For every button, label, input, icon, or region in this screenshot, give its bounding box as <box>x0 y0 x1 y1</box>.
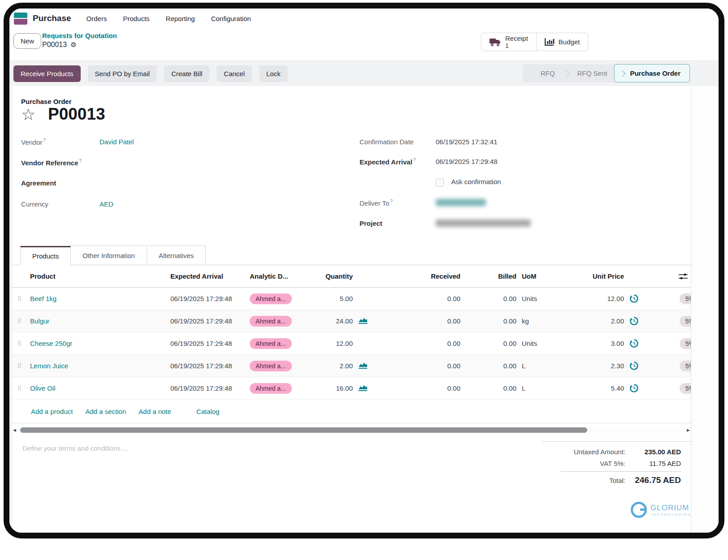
line-unit-price[interactable]: 5.40 <box>563 384 624 392</box>
line-quantity[interactable]: 16.00 <box>296 384 353 392</box>
status-step-rfq[interactable]: RFQ <box>533 69 562 77</box>
create-bill-button[interactable]: Create Bill <box>164 65 209 82</box>
scrollbar-track[interactable] <box>18 427 685 433</box>
receive-products-button[interactable]: Receive Products <box>13 65 81 82</box>
analytic-tag[interactable]: Ahmed a... <box>250 293 292 304</box>
forecast-chart-icon[interactable] <box>358 362 368 370</box>
col-product[interactable]: Product <box>26 272 167 280</box>
price-history-icon[interactable] <box>630 384 638 392</box>
agreement-field[interactable] <box>100 179 288 188</box>
col-uom[interactable]: UoM <box>516 272 563 280</box>
line-unit-price[interactable]: 3.00 <box>563 340 624 347</box>
col-analytic[interactable]: Analytic D... <box>245 272 296 280</box>
price-history-icon[interactable] <box>630 339 638 348</box>
table-row[interactable]: ⠿ Bulgur 06/19/2025 17:29:48 Ahmed a... … <box>12 310 691 332</box>
optional-columns-icon[interactable] <box>679 273 688 280</box>
col-received[interactable]: Received <box>373 272 460 280</box>
analytic-tag[interactable]: Ahmed a... <box>250 338 292 349</box>
menu-orders[interactable]: Orders <box>87 15 107 22</box>
scroll-right-arrow-icon[interactable]: ▶ <box>685 428 690 432</box>
line-billed[interactable]: 0.00 <box>460 362 516 370</box>
line-expected-arrival[interactable]: 06/19/2025 17:29:48 <box>167 340 245 347</box>
line-unit-price[interactable]: 2.30 <box>563 362 624 370</box>
drag-handle-icon[interactable]: ⠿ <box>12 318 26 325</box>
line-quantity[interactable]: 12.00 <box>296 340 353 347</box>
product-link[interactable]: Lemon Juice <box>26 362 167 370</box>
menu-reporting[interactable]: Reporting <box>166 15 195 22</box>
col-billed[interactable]: Billed <box>460 272 516 280</box>
col-expected-arrival[interactable]: Expected Arrival <box>167 272 245 280</box>
tax-badge[interactable]: 5% <box>680 383 691 394</box>
confirmation-date-value[interactable]: 06/19/2025 17:32:41 <box>436 138 498 146</box>
receipt-smart-button[interactable]: Receipt 1 <box>481 33 536 51</box>
forecast-chart-icon[interactable] <box>358 384 368 392</box>
table-row[interactable]: ⠿ Cheese 250gr 06/19/2025 17:29:48 Ahmed… <box>12 332 691 355</box>
line-billed[interactable]: 0.00 <box>460 317 516 325</box>
lock-button[interactable]: Lock <box>259 65 288 82</box>
scroll-left-arrow-icon[interactable]: ◀ <box>13 428 18 432</box>
terms-placeholder[interactable]: Define your terms and conditions ... <box>22 444 128 452</box>
line-received[interactable]: 0.00 <box>373 384 460 392</box>
new-button[interactable]: New <box>13 33 41 49</box>
expected-arrival-value[interactable]: 06/19/2025 17:29:48 <box>436 158 498 165</box>
menu-configuration[interactable]: Configuration <box>211 15 251 22</box>
product-link[interactable]: Cheese 250gr <box>26 340 167 347</box>
purchase-app-icon[interactable] <box>14 13 27 25</box>
tax-badge[interactable]: 5% <box>680 293 691 304</box>
analytic-tag[interactable]: Ahmed a... <box>250 383 292 394</box>
line-expected-arrival[interactable]: 06/19/2025 17:29:48 <box>167 384 245 392</box>
deliver-to-value-blurred[interactable] <box>436 199 486 206</box>
ask-confirmation-checkbox[interactable] <box>436 178 444 186</box>
line-unit-price[interactable]: 12.00 <box>563 295 624 302</box>
horizontal-scrollbar[interactable]: ◀ ▶ <box>13 426 690 434</box>
tab-other-information[interactable]: Other Information <box>70 246 147 265</box>
drag-handle-icon[interactable]: ⠿ <box>12 340 26 347</box>
tab-alternatives[interactable]: Alternatives <box>147 246 206 265</box>
cancel-button[interactable]: Cancel <box>217 65 252 82</box>
status-step-purchase-order[interactable]: Purchase Order <box>614 64 690 82</box>
app-title[interactable]: Purchase <box>33 13 71 23</box>
add-product-link[interactable]: Add a product <box>31 408 73 415</box>
status-step-rfq-sent[interactable]: RFQ Sent <box>570 69 615 77</box>
line-quantity[interactable]: 5.00 <box>296 295 353 302</box>
line-received[interactable]: 0.00 <box>373 317 460 325</box>
line-billed[interactable]: 0.00 <box>460 384 516 392</box>
tab-products[interactable]: Products <box>20 246 71 265</box>
product-link[interactable]: Olive Oil <box>26 384 167 392</box>
col-quantity[interactable]: Quantity <box>296 272 353 280</box>
line-expected-arrival[interactable]: 06/19/2025 17:29:48 <box>167 317 245 325</box>
table-row[interactable]: ⠿ Olive Oil 06/19/2025 17:29:48 Ahmed a.… <box>12 377 691 400</box>
line-unit-price[interactable]: 2.00 <box>563 317 624 325</box>
table-row[interactable]: ⠿ Beef 1kg 06/19/2025 17:29:48 Ahmed a..… <box>12 288 691 310</box>
add-section-link[interactable]: Add a section <box>85 408 126 415</box>
line-received[interactable]: 0.00 <box>373 362 460 370</box>
product-link[interactable]: Bulgur <box>26 317 167 325</box>
send-po-email-button[interactable]: Send PO by Email <box>88 65 157 82</box>
catalog-link[interactable]: Catalog <box>196 408 220 415</box>
line-quantity[interactable]: 2.00 <box>296 362 353 370</box>
price-history-icon[interactable] <box>630 317 638 325</box>
col-unit-price[interactable]: Unit Price <box>563 272 624 280</box>
line-expected-arrival[interactable]: 06/19/2025 17:29:48 <box>167 362 245 370</box>
gear-icon[interactable]: ⚙ <box>70 41 76 49</box>
forecast-chart-icon[interactable] <box>358 317 368 325</box>
menu-products[interactable]: Products <box>123 15 149 22</box>
line-received[interactable]: 0.00 <box>373 295 460 302</box>
tax-badge[interactable]: 5% <box>680 338 691 349</box>
line-billed[interactable]: 0.00 <box>460 295 516 302</box>
favorite-star-icon[interactable]: ☆ <box>21 107 35 123</box>
vendor-value[interactable]: David Patel <box>100 138 134 146</box>
project-value-blurred[interactable] <box>436 220 531 227</box>
tax-badge[interactable]: 5% <box>680 316 691 327</box>
analytic-tag[interactable]: Ahmed a... <box>250 316 292 327</box>
vendor-reference-field[interactable] <box>100 159 288 168</box>
line-quantity[interactable]: 24.00 <box>296 317 353 325</box>
tax-badge[interactable]: 5% <box>680 361 691 371</box>
table-row[interactable]: ⠿ Lemon Juice 06/19/2025 17:29:48 Ahmed … <box>12 355 691 377</box>
budget-smart-button[interactable]: Budget <box>536 33 588 51</box>
line-received[interactable]: 0.00 <box>373 340 460 347</box>
product-link[interactable]: Beef 1kg <box>26 295 167 302</box>
price-history-icon[interactable] <box>630 294 638 303</box>
line-expected-arrival[interactable]: 06/19/2025 17:29:48 <box>167 295 245 302</box>
drag-handle-icon[interactable]: ⠿ <box>12 295 26 302</box>
